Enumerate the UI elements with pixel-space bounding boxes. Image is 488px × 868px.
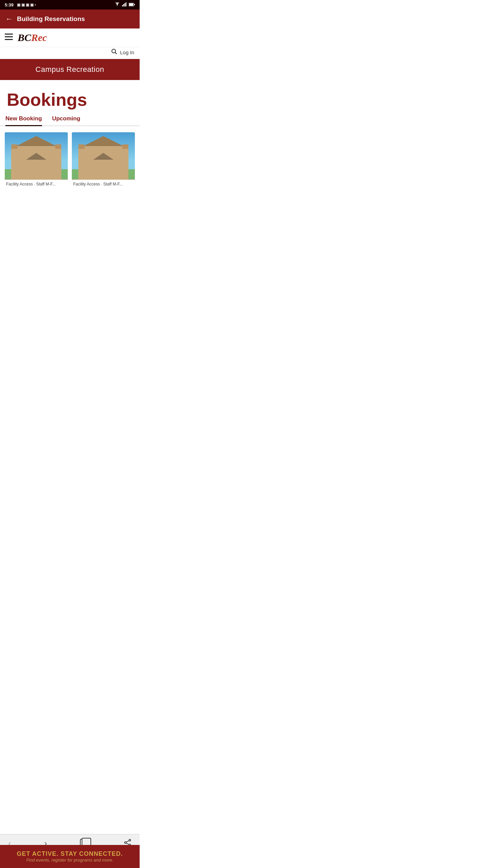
svg-rect-6 [134, 4, 135, 5]
card-2-label2: Staff M-F... [103, 182, 123, 186]
card-2-separator: · [101, 182, 103, 186]
card-1-label1: Facility Access [6, 182, 33, 186]
login-row: Log In [0, 47, 140, 59]
building-card-2[interactable]: Facility Access · Staff M-F... [72, 132, 135, 187]
status-icons [115, 2, 135, 7]
logo-bc: BC [18, 32, 31, 43]
svg-rect-20 [28, 158, 45, 167]
bcrec-logo[interactable]: BC Rec [18, 32, 47, 43]
svg-rect-8 [5, 36, 13, 37]
svg-line-11 [115, 53, 117, 54]
back-button[interactable]: ← [5, 15, 13, 23]
card-2-label: Facility Access · Staff M-F... [72, 180, 135, 187]
signal-icon [122, 2, 127, 7]
tab-new-booking[interactable]: New Booking [5, 115, 42, 125]
building-image-1 [5, 132, 68, 180]
building-card-1[interactable]: Facility Access · Staff M-F... [5, 132, 68, 187]
search-button[interactable] [111, 48, 117, 56]
svg-rect-1 [123, 4, 124, 6]
status-bar: 5:39 ▣ ▣ ▣ ▣ • [0, 0, 140, 9]
svg-rect-0 [122, 5, 123, 6]
svg-rect-15 [12, 146, 61, 171]
tab-new-booking-label: New Booking [5, 115, 42, 122]
logo-rec: Rec [31, 32, 47, 43]
svg-rect-31 [95, 151, 112, 167]
svg-rect-19 [28, 151, 45, 167]
wifi-icon [115, 2, 120, 7]
svg-rect-7 [5, 34, 13, 35]
svg-rect-3 [126, 2, 127, 6]
notification-icons: ▣ ▣ ▣ ▣ • [17, 3, 36, 7]
svg-rect-9 [5, 39, 13, 40]
top-nav-bar: ← Building Reservations [0, 9, 140, 28]
status-time: 5:39 ▣ ▣ ▣ ▣ • [5, 2, 36, 7]
time-display: 5:39 [5, 2, 14, 7]
login-link[interactable]: Log In [120, 50, 134, 55]
svg-rect-5 [129, 3, 133, 6]
card-1-label2: Staff M-F... [36, 182, 56, 186]
tabs-bar: New Booking Upcoming [0, 115, 140, 126]
svg-marker-24 [31, 169, 41, 179]
nav-title: Building Reservations [17, 15, 85, 23]
svg-rect-33 [82, 151, 89, 161]
cards-grid: Facility Access · Staff M-F... [0, 126, 140, 187]
svg-rect-27 [79, 146, 128, 171]
svg-rect-34 [118, 151, 125, 161]
svg-rect-16 [12, 144, 18, 171]
building-image-2 [72, 132, 135, 180]
battery-icon [129, 2, 135, 7]
card-2-label1: Facility Access [73, 182, 100, 186]
svg-rect-28 [79, 144, 85, 171]
hamburger-menu-button[interactable] [5, 34, 13, 42]
campus-banner: Campus Recreation [0, 59, 140, 80]
svg-rect-17 [55, 144, 61, 171]
svg-rect-22 [50, 151, 58, 161]
card-1-separator: · [34, 182, 36, 186]
card-1-label: Facility Access · Staff M-F... [5, 180, 68, 187]
svg-point-10 [112, 49, 116, 53]
svg-rect-32 [95, 158, 112, 167]
campus-banner-text: Campus Recreation [36, 65, 104, 74]
svg-rect-29 [122, 144, 128, 171]
svg-rect-21 [15, 151, 22, 161]
tab-upcoming-label: Upcoming [52, 115, 80, 122]
svg-rect-2 [124, 3, 125, 6]
tab-upcoming[interactable]: Upcoming [52, 115, 80, 125]
svg-rect-14 [5, 169, 68, 179]
svg-rect-23 [32, 163, 40, 171]
header-logo-bar: BC Rec [0, 28, 140, 47]
page-title: Bookings [0, 80, 140, 115]
svg-marker-36 [98, 169, 108, 179]
svg-rect-35 [99, 163, 107, 171]
svg-rect-26 [72, 169, 135, 179]
